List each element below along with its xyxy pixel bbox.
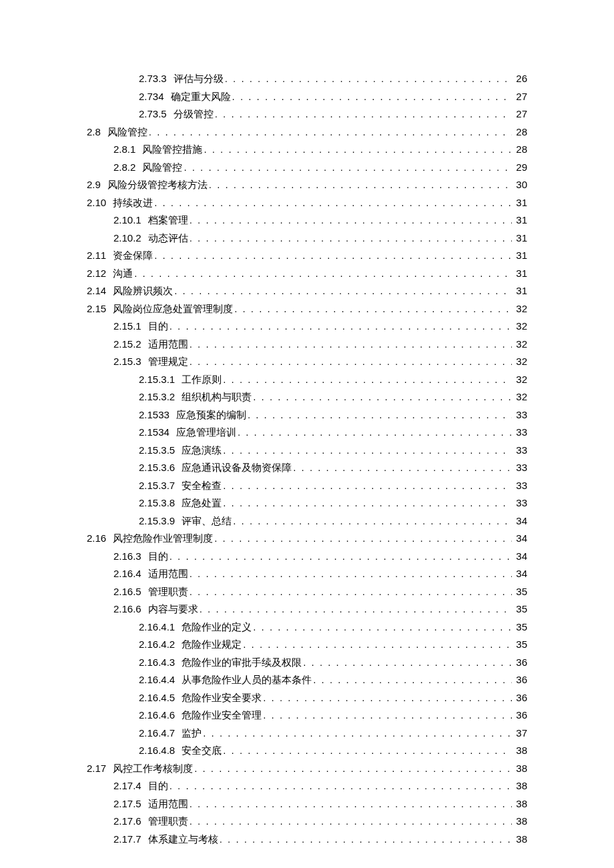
- toc-entry[interactable]: 2.8.1风险管控措施28: [87, 144, 527, 155]
- toc-entry[interactable]: 2.8风险管控28: [87, 127, 527, 137]
- toc-leader-dots: [190, 356, 513, 366]
- toc-entry[interactable]: 2.10持续改进31: [87, 197, 527, 208]
- toc-page-number: 38: [513, 816, 527, 826]
- toc-section-number: 2.8: [87, 127, 107, 137]
- toc-page-number: 35: [513, 622, 527, 632]
- toc-section-number: 2.1533: [139, 410, 176, 420]
- toc-entry[interactable]: 2.15.3.1工作原则32: [87, 374, 527, 385]
- toc-section-title: 风险管控: [142, 163, 182, 173]
- toc-section-number: 2.15.3.6: [139, 462, 182, 472]
- toc-leader-dots: [170, 321, 513, 331]
- toc-entry[interactable]: 2.17风控工作考核制度38: [87, 763, 527, 774]
- toc-section-title: 内容与要求: [148, 604, 198, 614]
- toc-section-title: 组织机构与职责: [182, 392, 252, 402]
- toc-section-title: 危险作业的定义: [182, 622, 252, 632]
- toc-leader-dots: [190, 816, 513, 826]
- toc-section-title: 分级管控: [174, 109, 214, 119]
- toc-page-number: 33: [513, 427, 527, 437]
- toc-entry[interactable]: 2.17.5适用范围38: [87, 799, 527, 809]
- toc-entry[interactable]: 2.73.5分级管控27: [87, 109, 527, 119]
- toc-page-number: 35: [513, 604, 527, 614]
- toc-leader-dots: [134, 268, 512, 278]
- toc-entry[interactable]: 2.17.4目的38: [87, 781, 527, 791]
- toc-entry[interactable]: 2.16.4.6危险作业安全管理36: [87, 710, 527, 721]
- toc-page-number: 31: [513, 215, 527, 225]
- toc-page-number: 27: [513, 109, 527, 119]
- toc-entry[interactable]: 2.9风险分级管控考核方法30: [87, 179, 527, 190]
- toc-entry[interactable]: 2.8.2风险管控29: [87, 162, 527, 173]
- toc-entry[interactable]: 2.15.3.5应急演练33: [87, 445, 527, 456]
- toc-entry[interactable]: 2.16.4.2危险作业规定35: [87, 639, 527, 650]
- toc-entry[interactable]: 2.17.7体系建立与考核38: [87, 834, 527, 845]
- toc-leader-dots: [225, 73, 513, 83]
- toc-entry[interactable]: 2.10.1档案管理31: [87, 215, 527, 226]
- toc-section-title: 适用范围: [148, 340, 188, 350]
- toc-page-number: 28: [513, 127, 527, 137]
- toc-entry[interactable]: 2.16.4适用范围34: [87, 568, 527, 579]
- toc-section-title: 危险作业安全要求: [182, 693, 262, 703]
- toc-page-number: 36: [513, 657, 527, 667]
- toc-entry[interactable]: 2.15.3.6应急通讯设备及物资保障33: [87, 462, 527, 473]
- toc-entry[interactable]: 2.16.4.4从事危险作业人员的基本条件36: [87, 675, 527, 685]
- toc-leader-dots: [190, 586, 513, 596]
- toc-leader-dots: [223, 498, 512, 508]
- toc-section-title: 确定重大风险: [171, 92, 231, 102]
- toc-entry[interactable]: 2.15.3.9评审、总结34: [87, 516, 527, 526]
- toc-section-number: 2.16.4.8: [139, 745, 182, 755]
- toc-entry[interactable]: 2.16.4.3危险作业的审批手续及权限36: [87, 657, 527, 668]
- toc-section-title: 危险作业的审批手续及权限: [182, 658, 302, 668]
- toc-section-title: 管理职责: [148, 817, 188, 827]
- toc-entry[interactable]: 2.17.6管理职责38: [87, 816, 527, 827]
- toc-section-number: 2.17.4: [113, 781, 148, 791]
- toc-entry[interactable]: 2.16.4.8安全交底38: [87, 745, 527, 756]
- toc-entry[interactable]: 2.11资金保障31: [87, 250, 527, 261]
- toc-entry[interactable]: 2.73.3评估与分级26: [87, 73, 527, 84]
- toc-leader-dots: [263, 693, 512, 703]
- toc-entry[interactable]: 2.16.4.7监护37: [87, 728, 527, 739]
- toc-section-title: 应急管理培训: [176, 428, 236, 438]
- toc-entry[interactable]: 2.16风控危险作业管理制度34: [87, 533, 527, 544]
- toc-entry[interactable]: 2.16.5管理职责35: [87, 586, 527, 597]
- toc-section-number: 2.16.4.3: [139, 657, 182, 667]
- toc-leader-dots: [220, 834, 513, 844]
- toc-entry[interactable]: 2.15.1目的32: [87, 321, 527, 332]
- toc-entry[interactable]: 2.10.2动态评估31: [87, 233, 527, 244]
- toc-leader-dots: [170, 781, 513, 791]
- toc-entry[interactable]: 2.15.3.8应急处置33: [87, 498, 527, 508]
- toc-entry[interactable]: 2.12沟通31: [87, 268, 527, 279]
- toc-entry[interactable]: 2.16.4.1危险作业的定义35: [87, 622, 527, 632]
- toc-entry[interactable]: 2.15.3.7安全检查33: [87, 480, 527, 491]
- toc-entry[interactable]: 2.16.4.5危险作业安全要求36: [87, 693, 527, 703]
- toc-section-title: 管理职责: [148, 587, 188, 597]
- toc-entry[interactable]: 2.16.6内容与要求35: [87, 604, 527, 614]
- toc-page-number: 32: [513, 356, 527, 366]
- toc-leader-dots: [190, 568, 513, 578]
- toc-section-title: 风险管控措施: [142, 145, 202, 155]
- toc-leader-dots: [190, 233, 513, 243]
- toc-page-number: 37: [513, 728, 527, 738]
- toc-entry[interactable]: 2.1533应急预案的编制33: [87, 410, 527, 420]
- toc-section-number: 2.16.4.5: [139, 693, 182, 703]
- toc-entry[interactable]: 2.14风险辨识频次31: [87, 286, 527, 296]
- toc-page-number: 38: [513, 781, 527, 791]
- toc-leader-dots: [174, 286, 512, 296]
- toc-section-number: 2.15.2: [113, 339, 148, 349]
- toc-page-number: 38: [513, 745, 527, 755]
- toc-section-number: 2.15.1: [113, 321, 148, 331]
- toc-entry[interactable]: 2.16.3目的34: [87, 551, 527, 562]
- toc-section-number: 2.15.3.8: [139, 498, 182, 508]
- toc-section-title: 危险作业规定: [182, 640, 242, 650]
- toc-entry[interactable]: 2.15风险岗位应急处置管理制度32: [87, 304, 527, 314]
- toc-entry[interactable]: 2.15.3管理规定32: [87, 356, 527, 367]
- toc-page-number: 29: [513, 162, 527, 172]
- toc-entry[interactable]: 2.1534应急管理培训33: [87, 427, 527, 438]
- toc-entry[interactable]: 2.734确定重大风险27: [87, 91, 527, 102]
- toc-section-title: 目的: [148, 322, 168, 332]
- toc-section-number: 2.16.3: [113, 551, 148, 561]
- toc-entry[interactable]: 2.15.2适用范围32: [87, 339, 527, 350]
- toc-section-title: 风险岗位应急处置管理制度: [113, 304, 233, 314]
- toc-section-number: 2.16.5: [113, 586, 148, 596]
- toc-section-title: 危险作业安全管理: [182, 711, 262, 721]
- toc-entry[interactable]: 2.15.3.2组织机构与职责32: [87, 392, 527, 402]
- toc-page-number: 35: [513, 586, 527, 596]
